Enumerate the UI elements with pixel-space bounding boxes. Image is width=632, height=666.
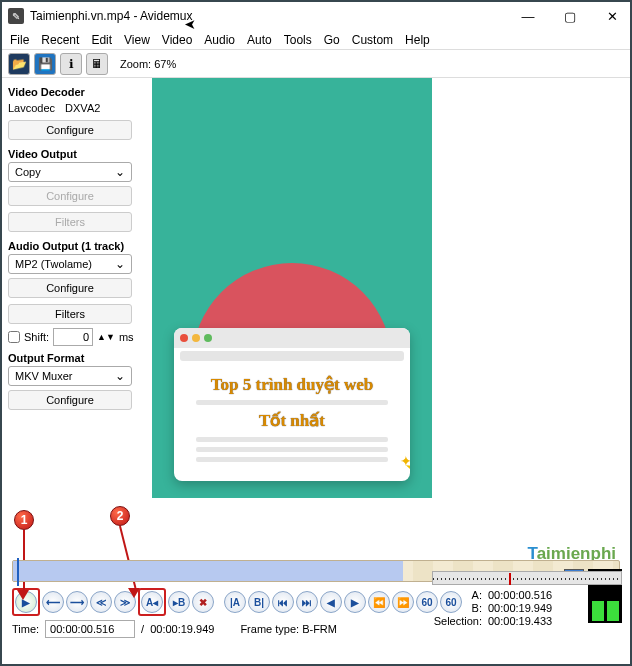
calc-icon[interactable]: 🖩 bbox=[86, 53, 108, 75]
minimize-button[interactable]: — bbox=[516, 9, 540, 24]
title-bar: ✎ Taimienphi.vn.mp4 - Avidemux — ▢ ✕ bbox=[2, 2, 630, 30]
menu-help[interactable]: Help bbox=[405, 33, 430, 47]
tool-bar: 📂 💾 ℹ 🖩 Zoom: 67% bbox=[2, 50, 630, 78]
scale-slider[interactable] bbox=[432, 571, 622, 585]
decoder-hw: DXVA2 bbox=[65, 102, 100, 114]
next-key-button[interactable]: ⏭ bbox=[296, 591, 318, 613]
headline1: Top 5 trình duyệt web bbox=[186, 374, 398, 395]
shift-row: Shift: 0 ▲▼ ms bbox=[8, 328, 146, 346]
frame-type: Frame type: B-FRM bbox=[240, 623, 337, 635]
side-panel: Video Decoder Lavcodec DXVA2 Configure V… bbox=[2, 78, 152, 508]
time-field[interactable]: 00:00:00.516 bbox=[45, 620, 135, 638]
dot-red-icon bbox=[180, 334, 188, 342]
video-output-select[interactable]: Copy bbox=[8, 162, 132, 182]
menu-audio[interactable]: Audio bbox=[204, 33, 235, 47]
next-black-button[interactable]: ▶ bbox=[344, 591, 366, 613]
urlbar bbox=[180, 351, 404, 361]
menu-edit[interactable]: Edit bbox=[91, 33, 112, 47]
menu-go[interactable]: Go bbox=[324, 33, 340, 47]
dur-sep: / bbox=[141, 623, 144, 635]
set-b-button[interactable]: ▸B bbox=[168, 591, 190, 613]
timeline-cursor[interactable] bbox=[17, 558, 19, 586]
prev-button[interactable]: ⟵ bbox=[42, 591, 64, 613]
window-buttons: — ▢ ✕ bbox=[516, 9, 624, 24]
menu-custom[interactable]: Custom bbox=[352, 33, 393, 47]
b-label: B: bbox=[432, 602, 482, 614]
open-icon[interactable]: 📂 bbox=[8, 53, 30, 75]
browser-top bbox=[174, 328, 410, 348]
decoder-configure-button[interactable]: Configure bbox=[8, 120, 132, 140]
output-format-select[interactable]: MKV Muxer bbox=[8, 366, 132, 386]
next-button[interactable]: ⟶ bbox=[66, 591, 88, 613]
save-icon[interactable]: 💾 bbox=[34, 53, 56, 75]
close-button[interactable]: ✕ bbox=[600, 9, 624, 24]
info-icon[interactable]: ℹ bbox=[60, 53, 82, 75]
timeline-selection bbox=[13, 561, 403, 581]
arrow-1-head-icon bbox=[17, 590, 29, 600]
callout-1: 1 bbox=[14, 510, 34, 530]
shift-checkbox[interactable] bbox=[8, 331, 20, 343]
shift-spinner[interactable]: 0 bbox=[53, 328, 93, 346]
video-canvas: Top 5 trình duyệt web Tốt nhất ✦ ➤ bbox=[152, 78, 432, 498]
video-output-label: Video Output bbox=[8, 148, 146, 160]
main-area: Video Decoder Lavcodec DXVA2 Configure V… bbox=[2, 78, 630, 508]
last-frame-button[interactable]: ⏩ bbox=[392, 591, 414, 613]
video-configure-button: Configure bbox=[8, 186, 132, 206]
menu-bar: File Recent Edit View Video Audio Auto T… bbox=[2, 30, 630, 50]
browser-illustration: Top 5 trình duyệt web Tốt nhất ✦ ➤ bbox=[174, 328, 410, 481]
audio-configure-button[interactable]: Configure bbox=[8, 278, 132, 298]
sel-label: Selection: bbox=[432, 615, 482, 627]
headline2: Tốt nhất bbox=[186, 410, 398, 431]
ab-panel: 🔊 A:00:00:00.516 B:00:00:19.949 Selectio… bbox=[432, 571, 622, 628]
dur-value: 00:00:19.949 bbox=[150, 623, 214, 635]
rewind-button[interactable]: ≪ bbox=[90, 591, 112, 613]
callout-2: 2 bbox=[110, 506, 130, 526]
zoom-label: Zoom: 67% bbox=[120, 58, 176, 70]
audio-output-label: Audio Output (1 track) bbox=[8, 240, 146, 252]
highlight-box-2: A◂ bbox=[138, 588, 166, 616]
preview-area: Top 5 trình duyệt web Tốt nhất ✦ ➤ bbox=[152, 78, 630, 508]
window-title: Taimienphi.vn.mp4 - Avidemux bbox=[30, 9, 516, 23]
shift-unit: ms bbox=[119, 331, 134, 343]
goto-b-button[interactable]: B| bbox=[248, 591, 270, 613]
first-frame-button[interactable]: ⏪ bbox=[368, 591, 390, 613]
audio-output-select[interactable]: MP2 (Twolame) bbox=[8, 254, 132, 274]
prev-key-button[interactable]: ⏮ bbox=[272, 591, 294, 613]
prev-black-button[interactable]: ◀ bbox=[320, 591, 342, 613]
menu-file[interactable]: File bbox=[10, 33, 29, 47]
shift-label: Shift: bbox=[24, 331, 49, 343]
menu-view[interactable]: View bbox=[124, 33, 150, 47]
maximize-button[interactable]: ▢ bbox=[558, 9, 582, 24]
decoder-label: Video Decoder bbox=[8, 86, 146, 98]
menu-recent[interactable]: Recent bbox=[41, 33, 79, 47]
cursor-icon: ➤ bbox=[184, 16, 196, 32]
time-label: Time: bbox=[12, 623, 39, 635]
goto-a-button[interactable]: |A bbox=[224, 591, 246, 613]
set-a-button[interactable]: A◂ bbox=[141, 591, 163, 613]
audio-filters-button[interactable]: Filters bbox=[8, 304, 132, 324]
delete-button[interactable]: ✖ bbox=[192, 591, 214, 613]
video-filters-button: Filters bbox=[8, 212, 132, 232]
a-label: A: bbox=[432, 589, 482, 601]
arrow-2-head-icon bbox=[128, 588, 140, 598]
decoder-name: Lavcodec bbox=[8, 102, 55, 114]
dot-green-icon bbox=[204, 334, 212, 342]
app-icon: ✎ bbox=[8, 8, 24, 24]
output-format-label: Output Format bbox=[8, 352, 146, 364]
format-configure-button[interactable]: Configure bbox=[8, 390, 132, 410]
menu-video[interactable]: Video bbox=[162, 33, 192, 47]
menu-auto[interactable]: Auto bbox=[247, 33, 272, 47]
dot-yellow-icon bbox=[192, 334, 200, 342]
menu-tools[interactable]: Tools bbox=[284, 33, 312, 47]
